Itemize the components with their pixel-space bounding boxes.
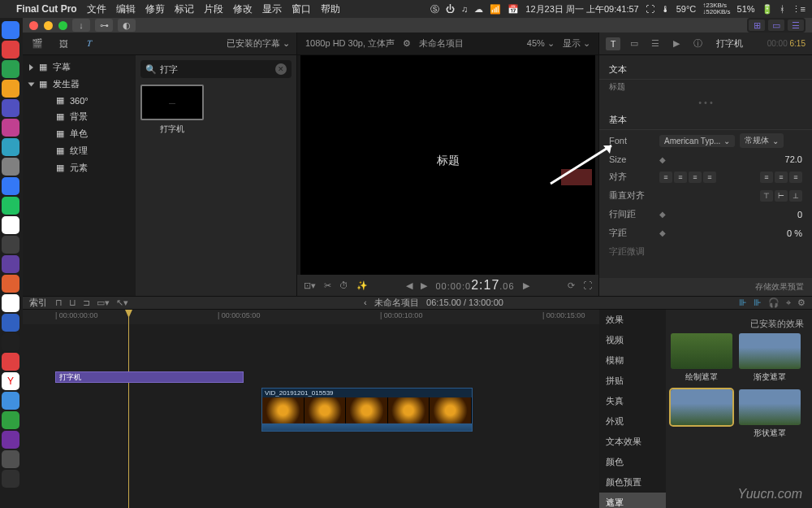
skimming-icon[interactable]: ⊪ — [739, 297, 747, 308]
effect-category-遮罩[interactable]: 遮罩 — [599, 493, 666, 508]
dock-finder-icon[interactable] — [2, 21, 19, 39]
index-button[interactable]: 索引 — [29, 297, 47, 309]
generator-thumb[interactable]: — 打字机 — [140, 85, 204, 135]
workspace-layouts[interactable]: ⊞ ▭ ☰ — [747, 18, 806, 33]
dock-app18-icon[interactable]: Y — [2, 372, 19, 390]
titles-tab-icon[interactable]: 𝑇 — [81, 37, 97, 51]
linespace-value[interactable]: 0 — [671, 210, 802, 219]
window-zoom-button[interactable] — [58, 21, 67, 30]
photos-tab-icon[interactable]: 🖼 — [55, 37, 71, 51]
viewer-canvas[interactable]: 标题 — [300, 55, 595, 275]
connect-clip-icon[interactable]: ⊓ — [55, 297, 63, 308]
dock-app12-icon[interactable] — [2, 255, 19, 273]
viewer-zoom[interactable]: 45% ⌄ — [527, 38, 555, 49]
effect-category-颜色[interactable]: 颜色 — [599, 452, 666, 472]
canvas-selection-box[interactable] — [561, 169, 592, 185]
menu-edit[interactable]: 编辑 — [116, 2, 136, 16]
menu-help[interactable]: 帮助 — [321, 2, 340, 16]
overwrite-clip-icon[interactable]: ▭▾ — [97, 297, 110, 308]
dock-app14-icon[interactable] — [2, 294, 19, 312]
prev-edit-icon[interactable]: ◀ — [406, 280, 412, 291]
effect-category-拼贴[interactable]: 拼贴 — [599, 371, 666, 391]
window-minimize-button[interactable] — [44, 21, 53, 30]
font-family-select[interactable]: American Typ... ⌄ — [659, 135, 735, 147]
effect-category-失真[interactable]: 失真 — [599, 391, 666, 411]
viewer-view-menu[interactable]: 显示 ⌄ — [563, 37, 590, 50]
menu-trim[interactable]: 修剪 — [145, 2, 165, 16]
video-inspector-tab[interactable]: ▭ — [627, 37, 641, 50]
nav-back-icon[interactable]: ‹ — [364, 297, 367, 307]
timeline-ruler[interactable]: | 00:00:00:00| 00:00:05:00| 00:00:10:00|… — [23, 310, 599, 324]
crop-icon[interactable]: ✂ — [324, 280, 331, 291]
next-edit-icon[interactable]: ▶ — [523, 280, 529, 291]
menu-file[interactable]: 文件 — [87, 2, 106, 16]
keyword-button[interactable]: ⊶ — [95, 19, 113, 32]
effect-category-颜色预置[interactable]: 颜色预置 — [599, 472, 666, 493]
library-tab-icon[interactable]: 🎬 — [29, 37, 45, 51]
save-preset-button[interactable]: 存储效果预置 — [599, 278, 812, 296]
dock-app16-icon[interactable] — [2, 333, 19, 351]
bg-tasks-button[interactable]: ◐ — [118, 19, 136, 32]
play-icon[interactable]: ▶ — [421, 280, 427, 291]
effect-category-效果[interactable]: 效果 — [599, 310, 666, 330]
text-section-header[interactable]: 文本 — [599, 60, 812, 80]
menu-clip[interactable]: 片段 — [204, 2, 223, 16]
layout3-icon[interactable]: ☰ — [788, 20, 804, 31]
browser-search[interactable]: 🔍 ✕ — [140, 60, 292, 78]
sidebar-item-单色[interactable]: ▦单色 — [23, 125, 136, 142]
video-clip[interactable]: VID_20191201_015539 — [261, 388, 473, 432]
playhead[interactable] — [128, 310, 129, 508]
dock-app8-icon[interactable] — [2, 177, 19, 195]
sidebar-item-360°[interactable]: ▦360° — [23, 93, 136, 108]
timeline-options-icon[interactable]: ⚙ — [797, 297, 806, 308]
effect-item[interactable] — [671, 389, 732, 439]
info2-inspector-tab[interactable]: ⓘ — [690, 37, 705, 50]
canvas-title-text[interactable]: 标题 — [437, 154, 460, 168]
enhance-icon[interactable]: ✨ — [356, 280, 368, 291]
snapping-icon[interactable]: ⌖ — [786, 297, 791, 308]
dock-app7-icon[interactable] — [2, 158, 19, 176]
dock-app19-icon[interactable] — [2, 392, 19, 410]
linespace-keyframe-icon[interactable]: ◆ — [659, 210, 666, 219]
import-button[interactable]: ↓ — [72, 19, 90, 32]
menu-window[interactable]: 窗口 — [292, 2, 311, 16]
dock-fcp-icon[interactable] — [2, 431, 19, 449]
dock-app9-icon[interactable] — [2, 197, 19, 215]
dock-app20-icon[interactable] — [2, 450, 19, 468]
effect-item[interactable]: 绘制遮罩 — [671, 333, 732, 383]
retime-icon[interactable]: ⏱ — [339, 280, 348, 290]
layout1-icon[interactable]: ⊞ — [749, 20, 765, 31]
app-name[interactable]: Final Cut Pro — [16, 3, 77, 15]
basic-section-header[interactable]: 基本 — [599, 111, 812, 130]
dock-app4-icon[interactable] — [2, 99, 19, 117]
tracking-value[interactable]: 0 % — [671, 228, 802, 238]
font-style-select[interactable]: 常规体 ⌄ — [740, 133, 784, 148]
effect-category-视频[interactable]: 视频 — [599, 330, 666, 350]
sidebar-item-发生器[interactable]: ▦发生器 — [23, 76, 136, 93]
loop-icon[interactable]: ⟳ — [568, 280, 575, 291]
dock-app17-icon[interactable] — [2, 353, 19, 371]
menu-modify[interactable]: 修改 — [233, 2, 253, 16]
window-close-button[interactable] — [29, 21, 38, 30]
dock-wechat-icon[interactable] — [2, 411, 19, 429]
effect-item[interactable]: 渐变遮罩 — [739, 333, 801, 383]
layout2-icon[interactable]: ▭ — [768, 20, 784, 31]
title-clip[interactable]: 打字机 — [55, 371, 244, 383]
dock-trash-icon[interactable] — [2, 470, 19, 488]
fullscreen-icon[interactable]: ⛶ — [583, 280, 592, 290]
sidebar-item-元素[interactable]: ▦元素 — [23, 159, 136, 176]
dock-app5-icon[interactable] — [2, 119, 19, 137]
menu-mark[interactable]: 标记 — [175, 2, 194, 16]
tools-menu-icon[interactable]: ↖▾ — [116, 297, 128, 308]
timeline[interactable]: | 00:00:00:00| 00:00:05:00| 00:00:10:00|… — [23, 310, 599, 508]
dock-app15-icon[interactable] — [2, 314, 19, 332]
dock-app2-icon[interactable] — [2, 60, 19, 78]
align-buttons[interactable]: ≡≡≡≡ — [659, 172, 716, 183]
insert-clip-icon[interactable]: ⊔ — [69, 297, 76, 308]
size-value[interactable]: 72.0 — [671, 154, 802, 164]
share-inspector-tab[interactable]: ▶ — [669, 37, 684, 50]
sidebar-item-纹理[interactable]: ▦纹理 — [23, 142, 136, 159]
dock-app13-icon[interactable] — [2, 275, 19, 293]
transform-menu-icon[interactable]: ⊡▾ — [304, 280, 316, 291]
size-keyframe-icon[interactable]: ◆ — [659, 155, 666, 164]
